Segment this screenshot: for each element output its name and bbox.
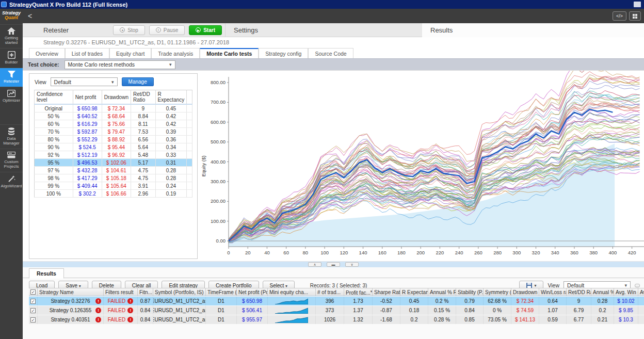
stop-button[interactable]: ■Stop bbox=[113, 25, 145, 35]
mc-cell-level: 70 % bbox=[35, 128, 73, 136]
results-col-header[interactable]: Annual % R... bbox=[591, 288, 614, 296]
results-col-header[interactable]: Profit fac...▾¹ bbox=[344, 288, 373, 296]
results-col-header[interactable]: Filters result bbox=[104, 288, 138, 296]
mc-table-row[interactable]: 98 %$ 417.29$ 105.184.750.28 bbox=[35, 174, 192, 182]
results-col-header[interactable]: Mini equity cha... bbox=[268, 288, 316, 296]
mc-cell-r_exp: 0.33 bbox=[155, 151, 187, 159]
results-col-header[interactable]: Symbol (Portfolio, IS) bbox=[153, 288, 206, 296]
results-col-header[interactable]: TimeFrame (Po... bbox=[206, 288, 237, 296]
mc-table-row[interactable]: 60 %$ 616.29$ 75.668.110.42 bbox=[35, 120, 192, 128]
divider-handle[interactable]: ▬ bbox=[327, 262, 340, 267]
row-checkbox[interactable]: ✓ bbox=[30, 308, 36, 313]
expand-down-button[interactable]: ∨ bbox=[345, 262, 359, 267]
play-icon: ▶ bbox=[196, 27, 201, 33]
results-cell-profit_factor: 1.73 bbox=[344, 297, 373, 305]
results-cell-ret_dd: 9 bbox=[567, 297, 591, 305]
mc-table-row[interactable]: 90 %$ 524.5$ 95.445.640.34 bbox=[35, 143, 192, 151]
mc-table-row[interactable]: Original$ 650.98$ 72.3490.45 bbox=[35, 104, 192, 112]
results-cell-timeframe: D1 bbox=[206, 315, 237, 324]
view-select[interactable]: Default▾ bbox=[51, 77, 118, 86]
sidebar-item-getting-started[interactable]: Getting started bbox=[0, 24, 23, 48]
mc-cell-drawdown: $ 72.34 bbox=[102, 104, 131, 112]
results-cell-filters: FAILED! bbox=[104, 297, 138, 305]
mc-table-row[interactable]: 70 %$ 592.87$ 79.477.530.39 bbox=[35, 128, 192, 136]
sidebar-item-custom-projects[interactable]: Custom Projects bbox=[0, 149, 23, 172]
mc-cell-level: 99 % bbox=[35, 182, 73, 190]
expand-up-button[interactable]: ∧ bbox=[308, 262, 321, 267]
results-col-header[interactable]: Drawdown ... bbox=[511, 288, 539, 296]
results-table-row[interactable]: ✓Strategy 0.40351!FAILED!0.84EURUSD_M1_U… bbox=[29, 315, 644, 324]
tab-strategy-config[interactable]: Strategy config bbox=[259, 48, 308, 58]
panel-headers: Retester ■Stop ‖Pause ▶Start Settings Re… bbox=[23, 23, 644, 37]
mc-table-row[interactable]: 80 %$ 552.29$ 88.926.560.36 bbox=[35, 136, 192, 143]
results-col-header[interactable]: Annual % R... bbox=[428, 288, 456, 296]
tab-trade-analysis[interactable]: Trade analysis bbox=[151, 48, 200, 58]
sidebar-item-optimizer[interactable]: Optimizer bbox=[0, 87, 23, 106]
results-col-header[interactable]: Ret/DD Rati... bbox=[567, 288, 591, 296]
mc-table-row[interactable]: 95 %$ 496.53$ 102.065.170.31 bbox=[35, 159, 192, 167]
sidebar-item-algowizard[interactable]: AlgoWizard bbox=[0, 172, 23, 191]
mc-col-header: Drawdown bbox=[102, 90, 131, 105]
results-cell-net_profit: $ 650.98 bbox=[237, 297, 268, 305]
results-col-header[interactable]: Stability (P... bbox=[456, 288, 484, 296]
svg-text:0: 0 bbox=[227, 250, 230, 255]
test-choice-select[interactable]: Monte Carlo retest methods▾ bbox=[65, 60, 175, 69]
sidebar-item-builder[interactable]: Builder bbox=[0, 48, 23, 68]
row-checkbox[interactable]: ✓ bbox=[30, 299, 36, 304]
sidebar-item-label: Builder bbox=[1, 60, 22, 64]
sidebar-item-retester[interactable]: Retester bbox=[0, 68, 23, 87]
results-col-header[interactable]: R Expectan... bbox=[400, 288, 428, 296]
mc-cell-ret_dd: 8.11 bbox=[131, 120, 155, 128]
results-col-header[interactable]: Fitn... bbox=[138, 288, 153, 296]
results-col-header[interactable]: Sharpe Rati... bbox=[373, 288, 400, 296]
test-choice-label: Test choice: bbox=[28, 61, 59, 68]
results-col-header[interactable]: Symmetry (... bbox=[484, 288, 511, 296]
pause-button[interactable]: ‖Pause bbox=[149, 25, 185, 35]
more-button[interactable] bbox=[635, 284, 640, 287]
sidebar: Strategy Quant Getting startedBuilderRet… bbox=[0, 9, 23, 339]
window-minimize-icon[interactable] bbox=[634, 2, 641, 7]
results-col-header[interactable]: Net profit (Port... bbox=[237, 288, 268, 296]
tab-monte-carlo-tests[interactable]: Monte Carlo tests bbox=[200, 48, 259, 58]
settings-panel-title[interactable]: Settings bbox=[234, 26, 258, 34]
app-logo: Strategy Quant bbox=[0, 9, 23, 24]
results-panel-title[interactable]: Results bbox=[430, 26, 453, 34]
results-col-header[interactable]: Avg bbox=[638, 288, 644, 296]
tab-overview[interactable]: Overview bbox=[29, 48, 65, 58]
results-col-header[interactable]: Avg. Win (P... bbox=[614, 288, 638, 296]
mc-cell-level: 97 % bbox=[35, 167, 73, 174]
tabs-row: OverviewList of tradesEquity chartTrade … bbox=[23, 47, 644, 58]
code-view-button[interactable]: </> bbox=[613, 11, 626, 21]
results-col-header[interactable]: Strategy Name bbox=[38, 288, 104, 296]
mc-table-row[interactable]: 50 %$ 640.52$ 68.648.840.42 bbox=[35, 112, 192, 120]
sidebar-item-data-manager[interactable]: Data Manager bbox=[0, 124, 23, 149]
results-col-header[interactable]: Win/Loss ra... bbox=[539, 288, 567, 296]
svg-text:280: 280 bbox=[493, 250, 502, 255]
back-button[interactable]: < bbox=[23, 12, 37, 20]
results-tab[interactable]: Results bbox=[29, 268, 64, 279]
mc-cell-level: Original bbox=[35, 104, 73, 112]
results-table-row[interactable]: ✓Strategy 0.32276!FAILED!0.87EURUSD_M1_U… bbox=[29, 297, 644, 305]
results-cell-stability: 0.84 bbox=[456, 306, 484, 315]
manage-button[interactable]: Manage bbox=[122, 77, 154, 86]
mc-table-row[interactable]: 99 %$ 409.44$ 105.643.910.24 bbox=[35, 182, 192, 190]
mc-cell-r_exp: 0.24 bbox=[155, 182, 187, 190]
mc-cell-net_profit: $ 592.87 bbox=[73, 128, 102, 136]
tab-equity-chart[interactable]: Equity chart bbox=[109, 48, 151, 58]
sidebar-item-label: Getting started bbox=[1, 36, 22, 45]
mc-cell-level: 95 % bbox=[35, 159, 73, 167]
layout-grid-button[interactable] bbox=[629, 11, 641, 21]
svg-text:700.00: 700.00 bbox=[211, 99, 226, 105]
results-col-header[interactable]: # of trad... bbox=[316, 288, 344, 296]
row-checkbox[interactable]: ✓ bbox=[30, 317, 36, 322]
select-all-checkbox[interactable]: ✓ bbox=[30, 289, 36, 295]
tab-list-of-trades[interactable]: List of trades bbox=[65, 48, 109, 58]
mc-table-row[interactable]: 97 %$ 432.28$ 104.614.750.28 bbox=[35, 167, 192, 174]
mini-equity-chart bbox=[275, 308, 308, 314]
results-table-row[interactable]: ✓Strategy 0.126355!FAILED!0.84EURUSD_M1_… bbox=[29, 306, 644, 315]
mc-table-row[interactable]: 92 %$ 512.19$ 96.925.480.33 bbox=[35, 151, 192, 159]
mc-table-row[interactable]: 100 %$ 302.2$ 106.662.960.19 bbox=[35, 190, 192, 198]
tab-source-code[interactable]: Source Code bbox=[308, 48, 353, 58]
results-col-header[interactable]: ✓ bbox=[29, 288, 38, 296]
start-button[interactable]: ▶Start bbox=[189, 25, 222, 35]
